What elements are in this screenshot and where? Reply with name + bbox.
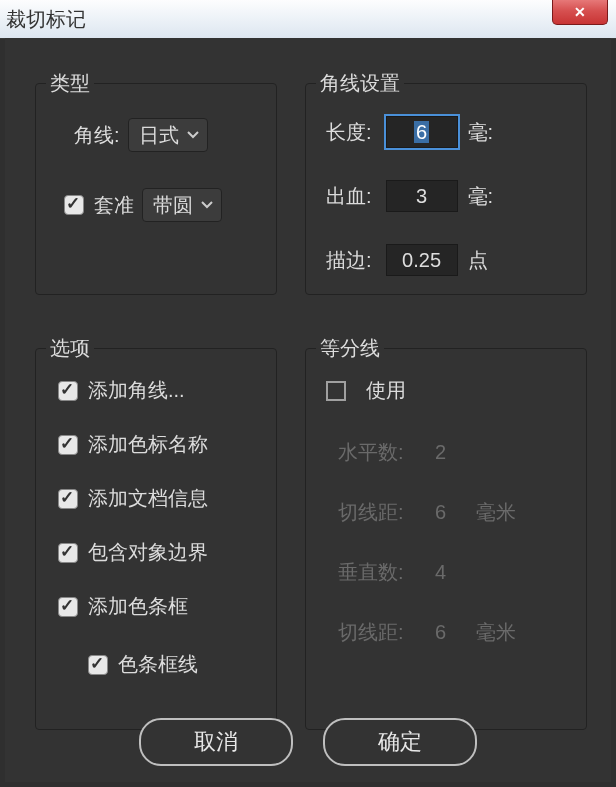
divide-use-row: 使用 (326, 377, 406, 404)
registration-value: 带圆 (153, 192, 193, 219)
stroke-input[interactable]: 0.25 (386, 244, 458, 276)
corner-style-label: 角线: (74, 122, 120, 149)
options-legend: 选项 (46, 335, 94, 362)
close-icon: ✕ (574, 5, 586, 19)
dialog-footer: 取消 确定 (5, 718, 611, 766)
option-row-0: 添加角线... (58, 377, 185, 404)
corner-settings-fieldset: 角线设置 长度: 6 毫: 出血: 3 毫: 描边: 0.25 点 (305, 83, 587, 295)
divide-row-3: 切线距: 6 毫米 (338, 617, 516, 647)
option-checkbox-2[interactable] (58, 489, 78, 509)
divide-row-2: 垂直数: 4 (338, 557, 476, 587)
corner-style-value: 日式 (139, 122, 179, 149)
divide-use-checkbox[interactable] (326, 381, 346, 401)
bleed-label: 出血: (326, 183, 372, 210)
dialog-body: 类型 角线: 日式 套准 带圆 角线设置 (5, 38, 611, 782)
title-bar: 裁切标记 ✕ (0, 0, 616, 39)
length-label: 长度: (326, 119, 372, 146)
divide-legend: 等分线 (316, 335, 384, 362)
option-label-4: 添加色条框 (88, 593, 188, 620)
divide-row-0: 水平数: 2 (338, 437, 476, 467)
close-button[interactable]: ✕ (552, 0, 608, 25)
option-label-3: 包含对象边界 (88, 539, 208, 566)
option-label-0: 添加角线... (88, 377, 185, 404)
divide-input-1: 6 (416, 497, 466, 527)
cancel-button[interactable]: 取消 (139, 718, 293, 766)
window-title: 裁切标记 (6, 6, 86, 33)
corner-style-row: 角线: 日式 (74, 118, 208, 152)
registration-label: 套准 (94, 192, 134, 219)
divide-row-1: 切线距: 6 毫米 (338, 497, 516, 527)
divide-input-2: 4 (416, 557, 466, 587)
option-checkbox-0[interactable] (58, 381, 78, 401)
option-row-1: 添加色标名称 (58, 431, 208, 458)
divide-input-3: 6 (416, 617, 466, 647)
option-checkbox-3[interactable] (58, 543, 78, 563)
divide-fieldset: 等分线 使用 水平数: 2 切线距: 6 毫米 垂直数: 4 切线距: 6 (305, 348, 587, 730)
ok-button[interactable]: 确定 (323, 718, 477, 766)
bleed-input[interactable]: 3 (386, 180, 458, 212)
option-label-1: 添加色标名称 (88, 431, 208, 458)
divide-unit-3: 毫米 (476, 619, 516, 646)
divide-unit-1: 毫米 (476, 499, 516, 526)
stroke-row: 描边: 0.25 点 (326, 244, 488, 276)
length-unit: 毫: (468, 119, 494, 146)
divide-label-1: 切线距: (338, 499, 404, 526)
option-row-3: 包含对象边界 (58, 539, 208, 566)
registration-select[interactable]: 带圆 (142, 188, 222, 222)
type-fieldset: 类型 角线: 日式 套准 带圆 (35, 83, 277, 295)
stroke-label: 描边: (326, 247, 372, 274)
option-sub-label: 色条框线 (118, 651, 198, 678)
registration-checkbox[interactable] (64, 195, 84, 215)
divide-label-3: 切线距: (338, 619, 404, 646)
divide-input-0: 2 (416, 437, 466, 467)
option-sub-checkbox[interactable] (88, 655, 108, 675)
type-legend: 类型 (46, 70, 94, 97)
chevron-down-icon (187, 131, 199, 139)
option-row-4: 添加色条框 (58, 593, 188, 620)
length-row: 长度: 6 毫: (326, 116, 493, 148)
option-checkbox-1[interactable] (58, 435, 78, 455)
chevron-down-icon (201, 201, 213, 209)
corner-style-select[interactable]: 日式 (128, 118, 208, 152)
option-checkbox-4[interactable] (58, 597, 78, 617)
bleed-unit: 毫: (468, 183, 494, 210)
corner-settings-legend: 角线设置 (316, 70, 404, 97)
divide-label-2: 垂直数: (338, 559, 404, 586)
length-input[interactable]: 6 (386, 116, 458, 148)
registration-row: 套准 带圆 (64, 188, 222, 222)
option-sub-row: 色条框线 (88, 651, 198, 678)
options-fieldset: 选项 添加角线... 添加色标名称 添加文档信息 包含对象边界 添加色条框 色条… (35, 348, 277, 730)
option-label-2: 添加文档信息 (88, 485, 208, 512)
bleed-row: 出血: 3 毫: (326, 180, 493, 212)
divide-use-label: 使用 (366, 377, 406, 404)
option-row-2: 添加文档信息 (58, 485, 208, 512)
divide-label-0: 水平数: (338, 439, 404, 466)
stroke-unit: 点 (468, 247, 488, 274)
